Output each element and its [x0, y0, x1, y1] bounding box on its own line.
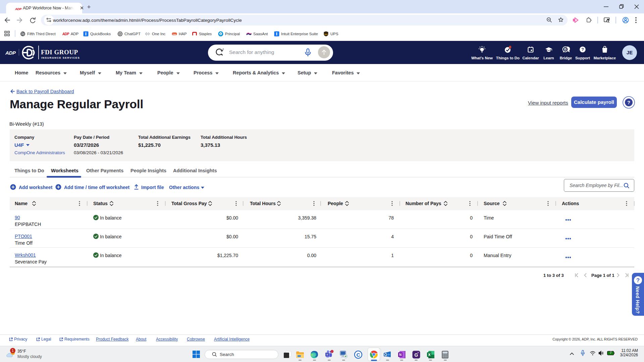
svg-text:C: C: [356, 352, 360, 358]
svg-text:G: G: [415, 352, 418, 358]
svg-text:T: T: [326, 353, 328, 356]
svg-text:N: N: [399, 353, 401, 357]
svg-text:hap: hap: [173, 33, 176, 35]
svg-text:?: ?: [627, 100, 630, 105]
svg-text:B: B: [564, 47, 567, 51]
svg-text:?: ?: [581, 47, 584, 52]
svg-text:ups: ups: [324, 33, 328, 35]
svg-text:?: ?: [636, 277, 640, 284]
